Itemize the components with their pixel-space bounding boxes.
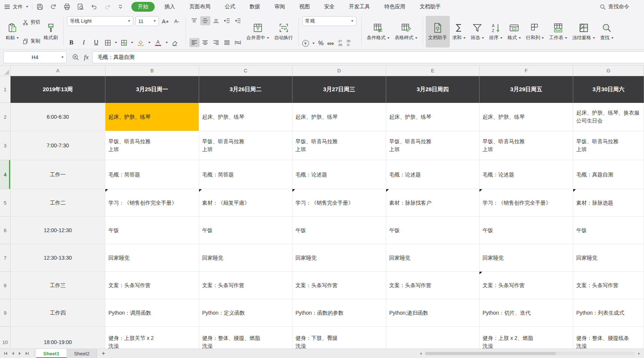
- row-header-4[interactable]: 4: [0, 160, 11, 189]
- cell-D6[interactable]: 午饭: [292, 217, 386, 244]
- command-search[interactable]: 查找命令: [600, 0, 644, 14]
- sheet-tab-Sheet2[interactable]: Sheet2: [67, 349, 97, 358]
- merge-center-button[interactable]: 合并居中: [244, 16, 272, 47]
- fill-color-button[interactable]: [120, 39, 133, 46]
- increase-indent-button[interactable]: [233, 16, 243, 25]
- rows-cols-button[interactable]: 行和列: [524, 16, 547, 47]
- row-header-6[interactable]: 6: [0, 217, 11, 244]
- insert-function-icon[interactable]: fx: [84, 54, 88, 61]
- cell-F1[interactable]: 3月29日周五: [480, 76, 573, 103]
- print-preview-icon[interactable]: [77, 3, 84, 11]
- cell-B9[interactable]: Python：调用函数: [105, 299, 199, 327]
- align-right-button[interactable]: [211, 38, 221, 47]
- cell-F8[interactable]: 文案：头条写作营: [480, 272, 573, 299]
- menu-tab-开发工具[interactable]: 开发工具: [344, 2, 375, 11]
- last-sheet-icon[interactable]: [25, 352, 29, 355]
- column-header-C[interactable]: C: [199, 66, 292, 76]
- cell-A5[interactable]: 工作二: [11, 189, 105, 217]
- align-left-button[interactable]: [189, 38, 199, 47]
- scrollbar-thumb[interactable]: [425, 352, 556, 355]
- row-header-2[interactable]: 2: [0, 103, 11, 131]
- cell-C2[interactable]: 起床、护肤、练琴: [199, 103, 292, 131]
- row-header-9[interactable]: 9: [0, 299, 11, 327]
- first-sheet-icon[interactable]: [4, 352, 8, 355]
- font-name-select[interactable]: 等线 Light: [67, 16, 133, 26]
- cell-C8[interactable]: 文案：头条写作营: [199, 272, 292, 299]
- cell-F3[interactable]: 早饭、听喜马拉雅 上班: [480, 131, 573, 160]
- justify-button[interactable]: [222, 38, 232, 47]
- percent-button[interactable]: %: [318, 40, 324, 47]
- increase-decimal-button[interactable]: .0+ .00: [338, 40, 342, 47]
- zoom-formula-icon[interactable]: [72, 54, 79, 61]
- cell-F7[interactable]: 回家睡觉: [480, 244, 573, 272]
- cell-A1[interactable]: 2019年13周: [11, 76, 105, 103]
- find-button[interactable]: 查找: [598, 16, 616, 47]
- row-header-1[interactable]: 1: [0, 76, 11, 103]
- row-header-3[interactable]: 3: [0, 131, 11, 160]
- cell-B6[interactable]: 午饭: [105, 217, 199, 244]
- cell-C5[interactable]: 素材：《颠复平庸》: [199, 189, 292, 217]
- wrap-text-button[interactable]: 自动换行: [272, 16, 296, 47]
- cell-C4[interactable]: 毛概：简答题: [199, 160, 292, 189]
- font-size-select[interactable]: 11: [135, 16, 159, 26]
- print-icon[interactable]: [63, 3, 71, 11]
- row-header-7[interactable]: 7: [0, 244, 11, 272]
- shape-fill-button[interactable]: ◇: [137, 40, 151, 46]
- align-middle-button[interactable]: [200, 16, 210, 25]
- cell-G6[interactable]: 午饭: [573, 217, 644, 244]
- distribute-button[interactable]: [233, 38, 243, 47]
- scroll-right-icon[interactable]: [638, 352, 641, 355]
- menu-tab-特色应用[interactable]: 特色应用: [380, 2, 410, 11]
- cell-B8[interactable]: 文案：头条写作营: [105, 272, 199, 299]
- cell-B4[interactable]: 毛概：简答题: [105, 160, 199, 189]
- name-box[interactable]: H4: [3, 51, 67, 63]
- sheet-tab-Sheet1[interactable]: Sheet1: [36, 349, 67, 358]
- bold-button[interactable]: B: [67, 38, 76, 47]
- doc-assistant-button[interactable]: 文档助手: [426, 16, 450, 47]
- cell-G1[interactable]: 3月30日周六: [573, 76, 644, 103]
- paste-button[interactable]: 粘贴: [3, 16, 21, 47]
- select-all-corner[interactable]: [0, 66, 11, 76]
- more-icon[interactable]: [117, 4, 123, 10]
- cell-G8[interactable]: 文案：头条写作营: [573, 272, 644, 299]
- sum-button[interactable]: 求和: [450, 16, 468, 47]
- cell-G7[interactable]: 回家睡觉: [573, 244, 644, 272]
- menu-tab-安全[interactable]: 安全: [320, 2, 339, 11]
- cell-F9[interactable]: Python：切片、迭代: [480, 299, 573, 327]
- column-header-E[interactable]: E: [386, 66, 480, 76]
- column-header-G[interactable]: G: [573, 66, 644, 76]
- cell-G5[interactable]: 素材：脉脉选题: [573, 189, 644, 217]
- cell-E4[interactable]: 毛概：论述题: [386, 160, 480, 189]
- cell-C7[interactable]: 回家睡觉: [199, 244, 292, 272]
- currency-button[interactable]: ¥: [302, 40, 315, 47]
- decrease-decimal-button[interactable]: .00 .0-: [346, 40, 350, 47]
- menu-tab-文档助手[interactable]: 文档助手: [415, 2, 445, 11]
- cell-G2[interactable]: 起床、护肤、练琴、换衣服公司生日会: [573, 103, 644, 131]
- conditional-format-button[interactable]: 条件格式: [364, 16, 392, 47]
- cell-D3[interactable]: 早饭、听喜马拉雅 上班: [292, 131, 386, 160]
- align-top-button[interactable]: [189, 16, 199, 25]
- cell-E2[interactable]: 起床、护肤、练琴: [386, 103, 480, 131]
- cell-E9[interactable]: Python;递归函数: [386, 299, 480, 327]
- cell-D4[interactable]: 毛概：论述题: [292, 160, 386, 189]
- cell-F6[interactable]: 午饭: [480, 217, 573, 244]
- cell-D9[interactable]: Python：函数的参数: [292, 299, 386, 327]
- menu-tab-数据[interactable]: 数据: [245, 2, 265, 11]
- export-icon[interactable]: [50, 3, 57, 11]
- cell-A8[interactable]: 工作三: [11, 272, 105, 299]
- cell-D2[interactable]: 起床、护肤、练琴: [292, 103, 386, 131]
- cell-E1[interactable]: 3月28日周四: [386, 76, 480, 103]
- column-header-B[interactable]: B: [105, 66, 199, 76]
- eraser-icon[interactable]: [171, 39, 178, 46]
- underline-button[interactable]: U: [92, 38, 101, 47]
- cell-A9[interactable]: 工作四: [11, 299, 105, 327]
- cell-A6[interactable]: 12:00-12:30: [11, 217, 105, 244]
- thousands-button[interactable]: 000: [327, 41, 334, 46]
- cell-B7[interactable]: 回家睡觉: [105, 244, 199, 272]
- format-painter-button[interactable]: 格式刷: [41, 16, 61, 47]
- cell-E3[interactable]: 早饭、听喜马拉雅 上班: [386, 131, 480, 160]
- cut-button[interactable]: 剪切: [22, 19, 40, 26]
- previous-sheet-icon[interactable]: [11, 352, 15, 355]
- hamburger-menu-icon[interactable]: [4, 3, 11, 10]
- menu-tab-审阅[interactable]: 审阅: [270, 2, 289, 11]
